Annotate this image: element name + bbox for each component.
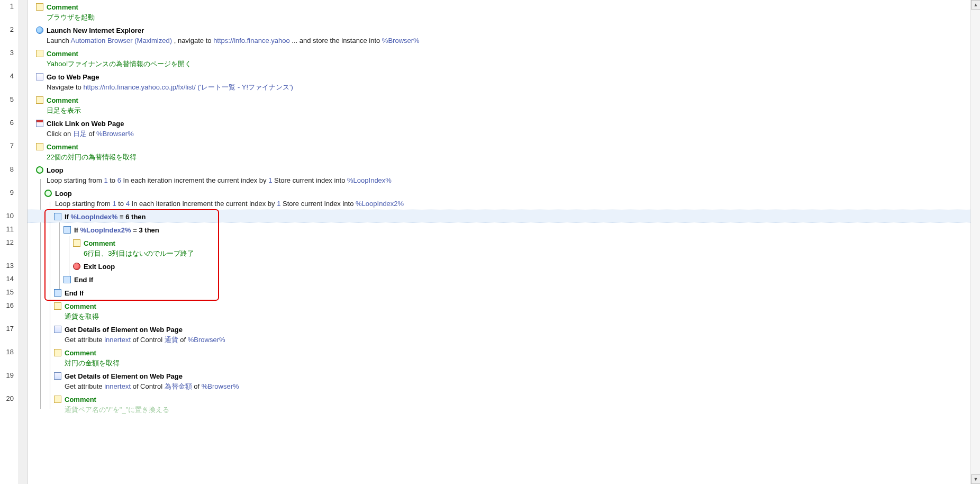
selected-line[interactable] (28, 210, 980, 222)
comment-icon (36, 50, 43, 57)
action-desc: Loop starting from 1 to 4 In each iterat… (55, 199, 404, 209)
action-get-details[interactable]: Get Details of Element on Web Page Get a… (54, 325, 225, 345)
action-comment[interactable]: Comment 22個の対円の為替情報を取得 (36, 142, 137, 162)
comment-icon (54, 302, 61, 310)
action-title: Get Details of Element on Web Page (65, 325, 225, 335)
line-number: 16 (0, 301, 16, 309)
action-click-link[interactable]: Click Link on Web Page Click on 日足 of %B… (36, 119, 134, 139)
branch-icon (63, 226, 71, 234)
line-number: 10 (0, 212, 16, 220)
action-desc: Yahoo!ファイナンスの為替情報のページを開く (47, 59, 192, 69)
action-desc: ブラウザを起動 (47, 12, 95, 22)
action-if[interactable]: If %LoopIndex% = 6 then (54, 212, 146, 222)
action-title: Click Link on Web Page (47, 119, 134, 129)
action-title: Loop (47, 165, 392, 175)
line-number: 7 (0, 142, 16, 150)
action-goto-webpage[interactable]: Go to Web Page Navigate to https://info.… (36, 72, 293, 92)
action-title: Loop (55, 189, 404, 199)
action-loop[interactable]: Loop Loop starting from 1 to 6 In each i… (36, 165, 392, 185)
line-number: 14 (0, 275, 16, 283)
line-number: 2 (0, 25, 16, 33)
action-title: Comment (47, 142, 137, 152)
line-number: 1 (0, 2, 16, 10)
comment-icon (36, 96, 43, 104)
chevron-down-icon: ▼ (974, 477, 978, 482)
comment-icon (54, 349, 61, 356)
comment-icon (36, 143, 43, 150)
line-number: 18 (0, 348, 16, 356)
line-number: 8 (0, 165, 16, 173)
line-number: 4 (0, 72, 16, 80)
tree-guide (69, 236, 69, 277)
code-area[interactable]: Comment ブラウザを起動 Launch New Internet Expl… (28, 0, 980, 484)
action-title: End If (65, 288, 84, 298)
globe-icon (36, 26, 43, 34)
line-number: 6 (0, 119, 16, 127)
line-number: 9 (0, 189, 16, 196)
vertical-scrollbar[interactable]: ▲ ▼ (970, 0, 980, 484)
line-number: 3 (0, 49, 16, 57)
action-title: Comment (47, 49, 192, 59)
action-desc: 22個の対円の為替情報を取得 (47, 152, 137, 162)
action-title: Go to Web Page (47, 72, 293, 82)
action-comment[interactable]: Comment 対円の金額を取得 (54, 348, 120, 368)
action-title: Get Details of Element on Web Page (65, 371, 239, 381)
action-comment[interactable]: Comment 日足を表示 (36, 95, 81, 115)
action-if[interactable]: If %LoopIndex2% = 3 then (63, 225, 159, 235)
loop-icon (36, 166, 43, 174)
branch-icon (54, 213, 61, 220)
action-launch-browser[interactable]: Launch New Internet Explorer Launch Auto… (36, 25, 420, 46)
action-title: Comment (47, 95, 81, 105)
line-number: 15 (0, 288, 16, 296)
comment-icon (36, 3, 43, 11)
branch-icon (63, 276, 71, 283)
action-desc: Get attribute innertext of Control 通貨 of… (65, 335, 225, 345)
action-desc: 通貨を取得 (65, 311, 99, 321)
action-desc: 対円の金額を取得 (65, 358, 120, 368)
loop-icon (44, 190, 52, 197)
action-title: Comment (65, 395, 169, 405)
action-comment[interactable]: Comment 6行目、3列目はないのでループ終了 (73, 238, 194, 258)
action-title: Comment (47, 2, 95, 12)
action-title: If %LoopIndex2% = 3 then (74, 225, 159, 235)
branch-icon (54, 289, 61, 297)
action-title: Exit Loop (84, 262, 115, 272)
action-comment[interactable]: Comment 通貨を取得 (54, 301, 99, 321)
line-number: 20 (0, 395, 16, 402)
action-comment[interactable]: Comment ブラウザを起動 (36, 2, 95, 22)
action-desc: Get attribute innertext of Control 為替金額 … (65, 381, 239, 391)
line-number: 17 (0, 325, 16, 333)
action-title: Launch New Internet Explorer (47, 25, 420, 35)
action-desc: Click on 日足 of %Browser% (47, 129, 134, 139)
action-exit-loop[interactable]: Exit Loop (73, 262, 115, 272)
comment-icon (73, 239, 80, 247)
scroll-down-button[interactable]: ▼ (971, 474, 980, 484)
scroll-up-button[interactable]: ▲ (971, 0, 980, 10)
comment-icon (54, 396, 61, 403)
action-loop[interactable]: Loop Loop starting from 1 to 4 In each i… (44, 189, 404, 209)
gutter: 1234567891011121314151617181920 (0, 0, 28, 484)
action-comment[interactable]: Comment 通貨ペア名の"/"を"_"に置き換える (54, 395, 169, 415)
action-title: Comment (84, 238, 194, 248)
action-desc: 日足を表示 (47, 105, 81, 115)
tree-guide (50, 202, 50, 409)
action-get-details[interactable]: Get Details of Element on Web Page Get a… (54, 371, 239, 391)
tree-guide (59, 222, 60, 291)
action-end-if[interactable]: End If (54, 288, 84, 298)
action-end-if[interactable]: End If (63, 275, 93, 285)
action-comment[interactable]: Comment Yahoo!ファイナンスの為替情報のページを開く (36, 49, 192, 69)
editor-container: 1234567891011121314151617181920 Comment … (0, 0, 980, 484)
page-icon (36, 73, 43, 80)
chevron-up-icon: ▲ (974, 2, 978, 7)
grid-icon (36, 120, 43, 127)
line-number: 5 (0, 95, 16, 103)
action-desc: 6行目、3列目はないのでループ終了 (84, 248, 194, 258)
action-title: End If (74, 275, 93, 285)
line-number: 13 (0, 262, 16, 270)
action-desc: 通貨ペア名の"/"を"_"に置き換える (65, 405, 169, 415)
line-number: 11 (0, 225, 16, 233)
action-desc: Loop starting from 1 to 6 In each iterat… (47, 175, 392, 185)
action-title: Comment (65, 348, 120, 358)
line-number: 19 (0, 371, 16, 379)
action-title: Comment (65, 301, 99, 311)
